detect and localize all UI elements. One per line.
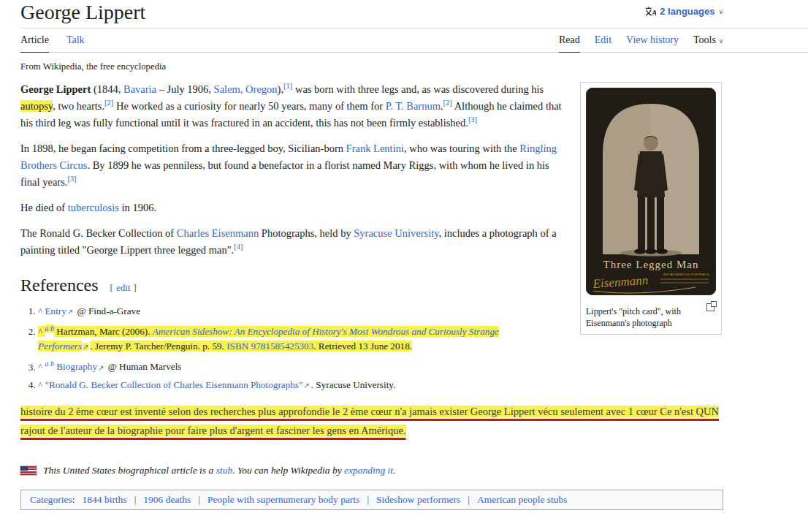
text-segment: . By 1899 he was penniless, but found a … bbox=[20, 159, 549, 188]
category-separator: | bbox=[198, 494, 200, 505]
text-segment: . Jeremy P. Tarcher/Penguin. p. 59. bbox=[90, 341, 226, 352]
page-title: George Lippert bbox=[20, 0, 145, 25]
text-segment: @ Human Marvels bbox=[105, 362, 181, 373]
site-tagline: From Wikipedia, the free encyclopedia bbox=[20, 61, 723, 72]
category-separator: | bbox=[468, 494, 470, 505]
external-link-icon: ↗ bbox=[67, 308, 73, 316]
tab-talk[interactable]: Talk bbox=[66, 34, 85, 52]
categories-bar: Categories:1844 births|1906 deaths|Peopl… bbox=[20, 490, 723, 510]
citation-ref-link[interactable]: [1] bbox=[283, 82, 292, 90]
wiki-link[interactable]: Frank Lentini bbox=[346, 142, 404, 154]
wiki-link[interactable]: ISBN bbox=[226, 341, 248, 352]
wiki-link[interactable]: tuberculosis bbox=[68, 202, 119, 213]
citation-ref-link[interactable]: [4] bbox=[234, 243, 243, 251]
text-segment: – July 1906, bbox=[156, 83, 214, 95]
expand-image-icon[interactable] bbox=[706, 303, 714, 311]
text-segment: He worked as a curiosity for nearly 50 y… bbox=[113, 100, 385, 112]
wiki-link[interactable]: 9781585425303 bbox=[251, 341, 314, 352]
references-heading-text: References bbox=[20, 276, 99, 294]
stub-notice: This United States biographical article … bbox=[20, 465, 723, 476]
wiki-link[interactable]: "Ronald G. Becker Collection of Charles … bbox=[45, 379, 303, 390]
reference-item: ^ Entry↗ @ Find-a-Grave bbox=[38, 304, 525, 319]
tabs-left-group: Article Talk bbox=[20, 34, 85, 52]
language-icon: A bbox=[645, 7, 656, 17]
wiki-link[interactable]: Entry bbox=[45, 305, 66, 316]
text-segment: Photographs, held by bbox=[259, 227, 354, 239]
text-segment: in 1906. bbox=[119, 202, 156, 213]
article-paragraph: George Lippert (1844, Bavaria – July 190… bbox=[20, 81, 563, 132]
text-segment: @ Find-a-Grave bbox=[75, 305, 140, 316]
languages-label: 2 languages bbox=[660, 6, 714, 17]
citation-ref-link[interactable]: [3] bbox=[67, 175, 76, 183]
text-segment: George Lippert bbox=[20, 83, 91, 95]
external-link-icon: ↗ bbox=[83, 343, 88, 351]
text-segment: (1844, bbox=[91, 83, 123, 95]
wiki-link[interactable]: Charles Eisenmann bbox=[177, 227, 259, 239]
wiki-link[interactable]: stub bbox=[216, 465, 233, 476]
article-paragraph: He died of tuberculosis in 1906. bbox=[20, 200, 563, 216]
text-segment: was born with three legs and, as was dis… bbox=[292, 83, 544, 95]
backlink-caret[interactable]: ^ bbox=[38, 362, 45, 373]
text-segment: . Syracuse University. bbox=[311, 379, 396, 390]
wiki-link[interactable]: Syracuse University bbox=[354, 227, 438, 239]
article-paragraph: In 1898, he began facing competition fro… bbox=[20, 140, 563, 191]
reference-item: ^ "Ronald G. Becker Collection of Charle… bbox=[38, 378, 525, 393]
edit-section-link[interactable]: edit bbox=[116, 282, 131, 293]
edit-bracket: ] bbox=[133, 282, 136, 293]
backlink-caret[interactable]: ^ bbox=[38, 379, 45, 390]
citation-ref-link[interactable]: [2] bbox=[443, 99, 452, 107]
category-link[interactable]: People with supernumerary body parts bbox=[207, 494, 359, 505]
backlink-caret[interactable]: ^ bbox=[38, 305, 45, 316]
page-header: George Lippert A 2 languages ∨ bbox=[20, 0, 808, 28]
wiki-link[interactable]: Biography bbox=[56, 362, 97, 373]
article-content: From Wikipedia, the free encyclopedia Th… bbox=[20, 61, 723, 510]
external-link-icon: ↗ bbox=[98, 364, 104, 372]
categories-list: 1844 births|1906 deaths|People with supe… bbox=[83, 494, 568, 505]
tab-view-history[interactable]: View history bbox=[626, 34, 679, 52]
categories-colon: : bbox=[72, 494, 75, 505]
citation-ref-link[interactable]: [3] bbox=[468, 115, 477, 123]
stub-text: This United States biographical article … bbox=[43, 465, 396, 476]
wiki-link[interactable]: a bbox=[45, 324, 51, 332]
categories-label: Categories: bbox=[30, 494, 83, 505]
tabs-right-group: Read Edit View history Tools ∨ bbox=[559, 34, 723, 52]
article-paragraph: The Ronald G. Becker Collection of Charl… bbox=[20, 225, 563, 259]
text-segment: , two hearts. bbox=[53, 100, 104, 112]
wiki-link[interactable]: a bbox=[45, 360, 51, 368]
pitch-card-image[interactable]: Three Legged Man INSTANTANEOUS PORTRAITS… bbox=[586, 88, 716, 295]
text-segment: Hartzman, Marc (2006). bbox=[54, 326, 153, 337]
wiki-link[interactable]: expanding it bbox=[344, 465, 393, 476]
text-segment: In 1898, he began facing competition fro… bbox=[20, 142, 346, 154]
tab-read[interactable]: Read bbox=[559, 34, 580, 53]
category-link[interactable]: 1844 births bbox=[83, 494, 127, 505]
wiki-link[interactable]: Bavaria bbox=[123, 83, 156, 95]
text-segment: . Retrieved 13 June 2018. bbox=[313, 341, 412, 352]
text-segment: . bbox=[393, 465, 395, 476]
vandalism-paragraph: histoire du 2 ème cœur est inventé selon… bbox=[20, 402, 723, 440]
languages-button[interactable]: A 2 languages ∨ bbox=[645, 6, 723, 17]
wiki-link[interactable]: Salem, Oregon bbox=[214, 83, 278, 95]
citation-ref-link[interactable]: [2] bbox=[104, 99, 113, 107]
tools-label: Tools bbox=[693, 34, 716, 45]
us-flag-icon bbox=[20, 466, 37, 475]
backlink-caret[interactable]: ^ bbox=[38, 326, 45, 337]
category-separator: | bbox=[367, 494, 369, 505]
text-segment: The Ronald G. Becker Collection of bbox=[20, 227, 177, 239]
external-link-icon: ↗ bbox=[303, 381, 309, 390]
text-segment: ), bbox=[278, 83, 283, 95]
reference-item: ^ a b Hartzman, Marc (2006). American Si… bbox=[38, 322, 525, 354]
text-segment: This United States biographical article … bbox=[43, 465, 216, 476]
tab-edit[interactable]: Edit bbox=[595, 34, 611, 52]
wikipedia-article-page: George Lippert A 2 languages ∨ Article T… bbox=[0, 0, 808, 532]
card-title-text: Three Legged Man bbox=[603, 259, 699, 270]
categories-link[interactable]: Categories bbox=[30, 494, 72, 505]
category-link[interactable]: 1906 deaths bbox=[143, 494, 191, 505]
category-link[interactable]: Sideshow performers bbox=[376, 494, 460, 505]
text-segment: He died of bbox=[20, 202, 68, 213]
references-list: ^ Entry↗ @ Find-a-Grave^ a b Hartzman, M… bbox=[20, 304, 525, 393]
tab-tools[interactable]: Tools ∨ bbox=[693, 34, 723, 52]
category-link[interactable]: American people stubs bbox=[477, 494, 568, 505]
tab-article[interactable]: Article bbox=[20, 34, 49, 53]
text-segment: , who was touring with the bbox=[404, 142, 519, 154]
wiki-link[interactable]: P. T. Barnum bbox=[386, 100, 441, 112]
